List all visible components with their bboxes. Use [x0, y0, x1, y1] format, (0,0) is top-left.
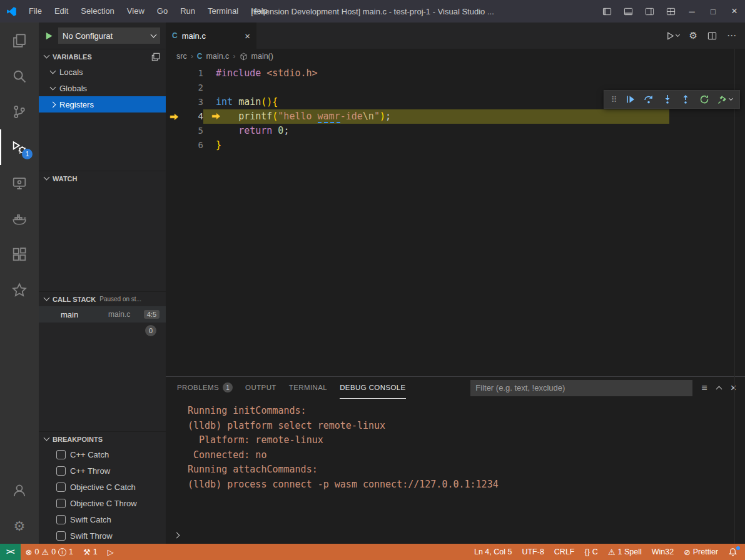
activitybar-run-and-debug[interactable]: 1 — [0, 129, 39, 165]
console-filter-input[interactable] — [470, 380, 692, 396]
close-panel-icon[interactable]: × — [731, 382, 736, 394]
eol-indicator[interactable]: CRLF — [549, 544, 580, 560]
breakpoint-checkbox[interactable] — [56, 450, 66, 459]
current-line-arrow-icon[interactable] — [166, 109, 182, 124]
toggle-panel-icon[interactable] — [617, 0, 639, 22]
breadcrumb-file[interactable]: main.c — [206, 52, 230, 61]
code-line[interactable]: 4 printf("hello wamr-ide\n"); — [166, 109, 745, 124]
restart-button[interactable] — [699, 94, 709, 104]
platform-indicator[interactable]: Win32 — [647, 544, 679, 560]
breakpoint-item[interactable]: Objective C Catch — [39, 479, 166, 495]
toggle-secondary-sidebar-icon[interactable] — [639, 0, 660, 22]
spell-status[interactable]: ⚠ 1 Spell — [603, 544, 647, 560]
glyph-margin[interactable] — [166, 81, 182, 95]
breakpoint-item[interactable]: Objective C Throw — [39, 495, 166, 511]
close-button[interactable]: × — [724, 0, 745, 22]
chevron-up-icon[interactable] — [716, 386, 722, 392]
activitybar-search[interactable] — [0, 58, 39, 94]
prettier-status[interactable]: ⊘ Prettier — [679, 544, 723, 560]
code-editor[interactable]: ⠿ — [166, 64, 745, 376]
menu-selection[interactable]: Selection — [74, 0, 120, 22]
breakpoint-item[interactable]: C++ Throw — [39, 462, 166, 479]
line-number: 5 — [182, 124, 203, 138]
search-icon — [12, 69, 27, 84]
launch-configuration-dropdown[interactable]: No Configurat — [58, 28, 160, 44]
variables-item-registers[interactable]: Registers — [39, 96, 166, 112]
step-over-button[interactable] — [644, 94, 654, 104]
panel-tab-debug-console[interactable]: DEBUG CONSOLE — [340, 377, 406, 399]
breakpoint-checkbox[interactable] — [56, 515, 66, 524]
activitybar-docker[interactable] — [0, 201, 39, 236]
activitybar-explorer[interactable] — [0, 22, 39, 58]
notifications-bell-icon[interactable] — [723, 544, 745, 560]
step-out-button[interactable] — [681, 94, 691, 104]
variables-section-action-icon[interactable] — [151, 52, 160, 61]
filter-lines-icon[interactable]: ≡ — [701, 382, 707, 394]
more-actions-icon[interactable]: ⋯ — [727, 30, 736, 41]
code-text: return 0; — [203, 124, 289, 138]
menu-edit[interactable]: Edit — [48, 0, 74, 22]
menu-go[interactable]: Go — [151, 0, 174, 22]
menu-file[interactable]: File — [23, 0, 48, 22]
variables-section-header[interactable]: VARIABLES — [39, 49, 166, 64]
encoding-indicator[interactable]: UTF-8 — [517, 544, 549, 560]
breakpoints-section-header[interactable]: BREAKPOINTS — [39, 431, 166, 446]
menu-view[interactable]: View — [121, 0, 151, 22]
panel-tab-problems[interactable]: PROBLEMS1 — [177, 377, 233, 399]
debug-repl-input[interactable] — [166, 526, 745, 544]
code-token: ) — [380, 111, 385, 122]
breakpoint-checkbox[interactable] — [56, 482, 66, 492]
tools-status[interactable]: ⚒ 1 — [78, 544, 103, 560]
warning-count: 0 — [51, 548, 56, 556]
continue-button[interactable] — [626, 94, 636, 104]
activitybar-remote-explorer[interactable] — [0, 165, 39, 201]
glyph-margin[interactable] — [166, 95, 182, 109]
code-line[interactable]: 6} — [166, 138, 745, 152]
activitybar-source-control[interactable] — [0, 94, 39, 129]
breakpoint-checkbox[interactable] — [56, 531, 66, 541]
minimize-button[interactable]: ─ — [681, 0, 702, 22]
menu-terminal[interactable]: Terminal — [201, 0, 245, 22]
split-editor-icon[interactable] — [707, 31, 717, 41]
language-indicator[interactable]: {} C — [580, 544, 603, 560]
start-debugging-icon[interactable] — [44, 31, 54, 41]
settings-gear-icon[interactable]: ⚙ — [689, 30, 697, 41]
tab-main-c[interactable]: C main.c × — [166, 22, 256, 49]
breakpoint-item[interactable]: Swift Catch — [39, 511, 166, 528]
code-line[interactable]: 1#include <stdio.h> — [166, 66, 745, 81]
activitybar-extensions[interactable] — [0, 236, 39, 272]
problems-status[interactable]: ⊗ 0 ⚠ 0 i 1 — [21, 544, 78, 560]
toggle-sidebar-icon[interactable] — [596, 0, 617, 22]
call-stack-frame[interactable]: main main.c 4:5 — [39, 306, 166, 322]
run-file-button[interactable] — [666, 31, 679, 41]
glyph-margin[interactable] — [166, 66, 182, 81]
glyph-margin[interactable] — [166, 138, 182, 152]
customize-layout-icon[interactable] — [660, 0, 681, 22]
variables-item-globals[interactable]: Globals — [39, 80, 166, 96]
debug-status[interactable]: ▷ — [103, 544, 119, 560]
variables-item-locals[interactable]: Locals — [39, 64, 166, 80]
breadcrumb-symbol[interactable]: main() — [251, 52, 273, 61]
step-into-button[interactable] — [662, 94, 672, 104]
call-stack-section-header[interactable]: CALL STACK Paused on st... — [39, 291, 166, 306]
activitybar-wamr-ide[interactable] — [0, 272, 39, 308]
breakpoint-checkbox[interactable] — [56, 499, 66, 508]
breadcrumb-src[interactable]: src — [176, 52, 187, 61]
disconnect-button[interactable] — [717, 94, 732, 104]
glyph-margin[interactable] — [166, 124, 182, 138]
activitybar-accounts[interactable] — [0, 472, 39, 508]
breakpoint-checkbox[interactable] — [56, 466, 66, 476]
panel-tab-terminal[interactable]: TERMINAL — [289, 377, 327, 399]
cursor-position[interactable]: Ln 4, Col 5 — [469, 544, 517, 560]
menu-run[interactable]: Run — [174, 0, 201, 22]
toolbar-grip-icon[interactable]: ⠿ — [611, 95, 617, 104]
code-line[interactable]: 5 return 0; — [166, 124, 745, 138]
close-tab-icon[interactable]: × — [245, 31, 250, 41]
panel-tab-output[interactable]: OUTPUT — [245, 377, 276, 399]
watch-section-header[interactable]: WATCH — [39, 171, 166, 186]
breakpoint-item[interactable]: Swift Throw — [39, 528, 166, 544]
breakpoint-item[interactable]: C++ Catch — [39, 446, 166, 462]
remote-indicator[interactable]: >< — [0, 544, 21, 560]
maximize-button[interactable]: □ — [702, 0, 724, 22]
activitybar-settings[interactable]: ⚙ — [0, 508, 39, 544]
